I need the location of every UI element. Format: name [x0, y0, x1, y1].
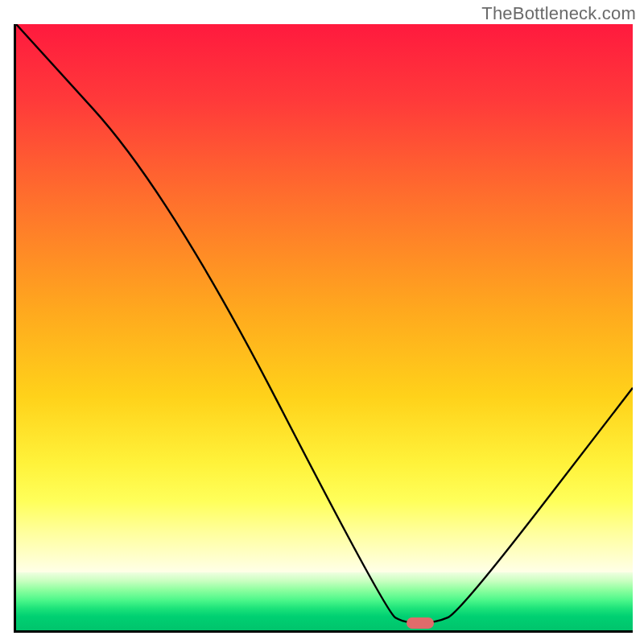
- watermark-text: TheBottleneck.com: [481, 3, 636, 24]
- plot-area: [14, 24, 633, 633]
- optimal-marker: [407, 617, 434, 629]
- chart-container: TheBottleneck.com: [0, 0, 644, 644]
- bottleneck-curve: [16, 24, 633, 630]
- curve-path: [16, 24, 633, 623]
